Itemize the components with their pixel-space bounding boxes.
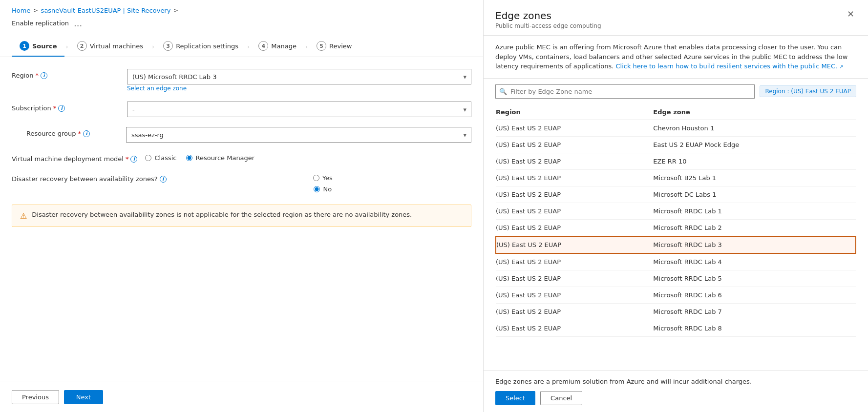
- tab-manage-label: Manage: [271, 42, 296, 50]
- table-row[interactable]: (US) East US 2 EUAPChevron Houston 1: [496, 120, 856, 136]
- cell-edge-zone: Microsoft RRDC Lab 2: [653, 219, 856, 236]
- tab-manage-number: 4: [258, 41, 268, 51]
- tab-vms[interactable]: 2 Virtual machines: [69, 36, 151, 57]
- form-content: Region * i (US) Microsoft RRDC Lab 3 ▾ S…: [0, 57, 483, 412]
- cell-edge-zone: Microsoft B25 Lab 1: [653, 169, 856, 186]
- cell-edge-zone: Microsoft RRDC Lab 4: [653, 253, 856, 270]
- cell-region: (US) East US 2 EUAP: [496, 186, 653, 203]
- close-button[interactable]: ✕: [845, 10, 856, 19]
- table-row[interactable]: (US) East US 2 EUAPMicrosoft RRDC Lab 1: [496, 203, 856, 219]
- subscription-control: - ▾: [127, 102, 471, 117]
- region-required: *: [36, 72, 39, 79]
- cell-edge-zone: Microsoft RRDC Lab 8: [653, 320, 856, 336]
- resource-group-select-wrapper: ssas-ez-rg ▾: [126, 127, 471, 143]
- breadcrumb-vault[interactable]: sasneVault-EastUS2EUAP | Site Recovery: [41, 7, 171, 14]
- tab-manage[interactable]: 4 Manage: [251, 36, 304, 57]
- edge-zone-link[interactable]: Select an edge zone: [127, 85, 187, 92]
- warning-box: ⚠ Disaster recovery between availability…: [12, 205, 471, 227]
- edge-zone-table: Region Edge zone (US) East US 2 EUAPChev…: [495, 104, 856, 337]
- subscription-required: *: [53, 104, 57, 112]
- subscription-info-icon[interactable]: i: [58, 105, 65, 112]
- tabs-container: 1 Source › 2 Virtual machines › 3 Replic…: [0, 36, 483, 57]
- cancel-button[interactable]: Cancel: [540, 391, 582, 405]
- disaster-no-option[interactable]: No: [314, 185, 332, 193]
- vm-resource-radio[interactable]: [186, 155, 192, 161]
- filter-input[interactable]: [495, 84, 755, 99]
- cell-region: (US) East US 2 EUAP: [496, 169, 653, 186]
- vm-model-row: Virtual machine deployment model * i Cla…: [12, 152, 471, 163]
- select-button[interactable]: Select: [495, 391, 535, 405]
- vm-classic-radio[interactable]: [145, 155, 151, 161]
- panel-title-row: Edge zones Public multi-access edge comp…: [495, 10, 856, 29]
- table-row[interactable]: (US) East US 2 EUAPMicrosoft RRDC Lab 2: [496, 219, 856, 236]
- panel-title: Edge zones: [495, 10, 601, 21]
- tab-replication[interactable]: 3 Replication settings: [155, 36, 246, 57]
- tab-sep-2: ›: [152, 43, 154, 50]
- tab-source-label: Source: [32, 42, 57, 50]
- region-select[interactable]: (US) Microsoft RRDC Lab 3: [127, 69, 471, 84]
- table-row[interactable]: (US) East US 2 EUAPMicrosoft DC Labs 1: [496, 186, 856, 203]
- panel-desc-link[interactable]: Click here to learn how to build resilie…: [615, 62, 837, 70]
- cell-region: (US) East US 2 EUAP: [496, 320, 653, 336]
- disaster-no-radio[interactable]: [314, 186, 320, 192]
- table-row[interactable]: (US) East US 2 EUAPMicrosoft RRDC Lab 8: [496, 320, 856, 336]
- page-title-dots[interactable]: ...: [74, 18, 82, 28]
- warning-icon: ⚠: [20, 211, 27, 221]
- cell-region: (US) East US 2 EUAP: [496, 287, 653, 303]
- resource-group-label: Resource group * i: [26, 127, 126, 137]
- table-row[interactable]: (US) East US 2 EUAPMicrosoft RRDC Lab 6: [496, 287, 856, 303]
- resource-group-info-icon[interactable]: i: [83, 130, 90, 137]
- filter-row: 🔍 Region : (US) East US 2 EUAP: [484, 79, 868, 104]
- vm-resource-option[interactable]: Resource Manager: [186, 154, 254, 162]
- cell-region: (US) East US 2 EUAP: [496, 153, 653, 169]
- region-info-icon[interactable]: i: [41, 72, 47, 79]
- disaster-info-icon[interactable]: i: [160, 176, 167, 183]
- subscription-label: Subscription * i: [12, 102, 119, 112]
- col-edge-zone: Edge zone: [653, 104, 856, 120]
- breadcrumb-home[interactable]: Home: [12, 7, 30, 14]
- edge-table-body: (US) East US 2 EUAPChevron Houston 1(US)…: [496, 120, 856, 336]
- vm-model-info-icon[interactable]: i: [130, 156, 137, 163]
- tab-source[interactable]: 1 Source: [12, 36, 64, 57]
- table-row[interactable]: (US) East US 2 EUAPMicrosoft RRDC Lab 7: [496, 303, 856, 320]
- breadcrumb-sep1: >: [33, 7, 38, 14]
- resource-group-container: Resource group * i ssas-ez-rg ▾: [12, 127, 471, 143]
- external-link-icon: ↗: [839, 64, 843, 69]
- vm-model-label: Virtual machine deployment model * i: [12, 152, 137, 163]
- cell-region: (US) East US 2 EUAP: [496, 136, 653, 153]
- cell-edge-zone: Microsoft RRDC Lab 1: [653, 203, 856, 219]
- region-label: Region * i: [12, 69, 119, 79]
- left-panel: Home > sasneVault-EastUS2EUAP | Site Rec…: [0, 0, 484, 412]
- table-row[interactable]: (US) East US 2 EUAPMicrosoft RRDC Lab 5: [496, 270, 856, 287]
- previous-button[interactable]: Previous: [12, 390, 59, 404]
- breadcrumb-sep2: >: [173, 7, 178, 14]
- disaster-yes-radio[interactable]: [313, 175, 319, 181]
- tab-sep-3: ›: [247, 43, 250, 50]
- table-header-row: Region Edge zone: [496, 104, 856, 120]
- resource-group-select[interactable]: ssas-ez-rg: [126, 127, 471, 143]
- next-button[interactable]: Next: [64, 390, 103, 404]
- cell-region: (US) East US 2 EUAP: [496, 203, 653, 219]
- region-control: (US) Microsoft RRDC Lab 3 ▾ Select an ed…: [127, 69, 471, 92]
- tab-review[interactable]: 5 Review: [309, 36, 360, 57]
- subscription-select[interactable]: -: [127, 102, 471, 117]
- tab-sep-1: ›: [65, 43, 68, 50]
- table-row[interactable]: (US) East US 2 EUAPMicrosoft RRDC Lab 4: [496, 253, 856, 270]
- panel-footer: Edge zones are a premium solution from A…: [484, 371, 868, 412]
- table-row[interactable]: (US) East US 2 EUAPMicrosoft B25 Lab 1: [496, 169, 856, 186]
- table-row[interactable]: (US) East US 2 EUAPEast US 2 EUAP Mock E…: [496, 136, 856, 153]
- panel-footer-text: Edge zones are a premium solution from A…: [495, 378, 856, 385]
- vm-model-required: *: [126, 155, 129, 163]
- cell-region: (US) East US 2 EUAP: [496, 270, 653, 287]
- tab-replication-number: 3: [163, 41, 173, 51]
- disaster-yes-option[interactable]: Yes: [313, 174, 333, 182]
- table-row[interactable]: (US) East US 2 EUAPMicrosoft RRDC Lab 3: [496, 236, 856, 253]
- breadcrumb: Home > sasneVault-EastUS2EUAP | Site Rec…: [0, 0, 483, 14]
- table-row[interactable]: (US) East US 2 EUAPEZE RR 10: [496, 153, 856, 169]
- cell-region: (US) East US 2 EUAP: [496, 236, 653, 253]
- cell-edge-zone: EZE RR 10: [653, 153, 856, 169]
- col-region: Region: [496, 104, 653, 120]
- cell-region: (US) East US 2 EUAP: [496, 120, 653, 136]
- cell-edge-zone: East US 2 EUAP Mock Edge: [653, 136, 856, 153]
- vm-classic-option[interactable]: Classic: [145, 154, 176, 162]
